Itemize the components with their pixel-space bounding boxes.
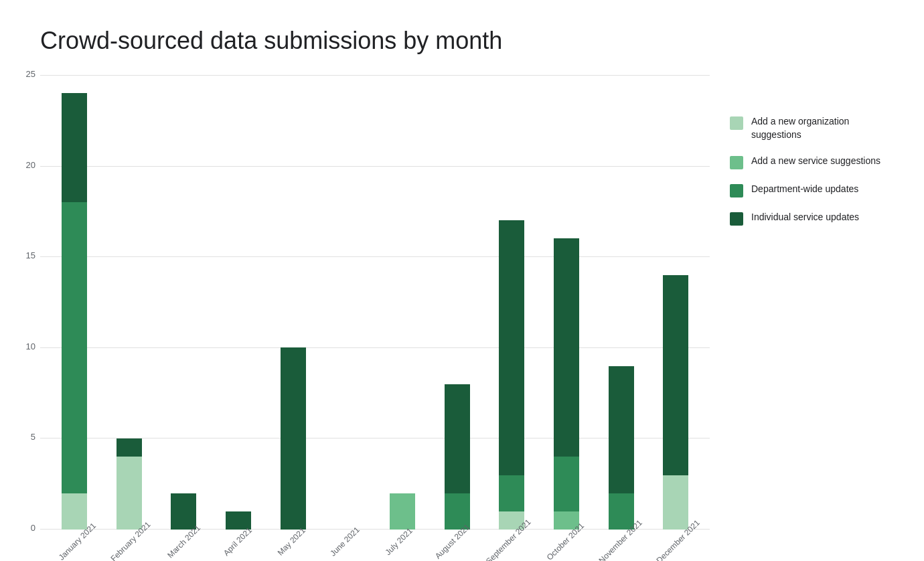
bar-stack-11 — [663, 75, 688, 530]
x-label-10: November 2021 — [589, 533, 645, 548]
chart-title: Crowd-sourced data submissions by month — [40, 27, 911, 55]
legend-label-org: Add a new organization suggestions — [751, 115, 897, 141]
bar-segment-dept-9 — [554, 457, 579, 511]
bar-segment-individual-9 — [554, 238, 579, 457]
bar-group-2 — [156, 75, 211, 530]
legend-label-individual: Individual service updates — [751, 211, 859, 224]
chart-area: 2520151050 January 2021February 2021Marc… — [40, 75, 710, 548]
y-label-25: 25 — [10, 69, 35, 79]
bar-group-11 — [648, 75, 703, 530]
legend-swatch-dept — [730, 184, 743, 197]
bar-segment-individual-7 — [445, 384, 470, 493]
legend-label-dept: Department-wide updates — [751, 183, 858, 196]
bar-stack-1 — [117, 75, 142, 530]
bar-group-7 — [430, 75, 485, 530]
y-label-10: 10 — [10, 341, 35, 351]
bar-segment-individual-0 — [62, 93, 87, 202]
y-label-0: 0 — [10, 523, 35, 533]
bar-stack-2 — [171, 75, 196, 530]
bar-stack-9 — [554, 75, 579, 530]
bar-group-4 — [266, 75, 321, 530]
x-label-text-4: May 2021 — [276, 526, 307, 557]
bar-stack-0 — [62, 75, 87, 530]
bar-group-0 — [47, 75, 102, 530]
x-label-9: October 2021 — [535, 533, 589, 548]
x-label-3: April 2021 — [208, 533, 261, 548]
bar-stack-8 — [499, 75, 524, 530]
bars-area — [40, 75, 710, 530]
x-label-5: June 2021 — [315, 533, 368, 548]
x-label-1: February 2021 — [100, 533, 154, 548]
bar-segment-dept-10 — [609, 493, 634, 530]
bar-segment-individual-11 — [663, 275, 688, 475]
x-label-0: January 2021 — [47, 533, 100, 548]
chart-body: 2520151050 January 2021February 2021Marc… — [40, 75, 911, 548]
bar-segment-individual-10 — [609, 366, 634, 493]
bar-segment-org-0 — [62, 493, 87, 530]
bar-group-10 — [594, 75, 649, 530]
x-label-text-3: April 2021 — [222, 526, 254, 558]
x-label-2: March 2021 — [154, 533, 208, 548]
bar-stack-3 — [226, 75, 251, 530]
x-label-11: December 2021 — [646, 533, 703, 548]
y-label-5: 5 — [10, 432, 35, 442]
legend-swatch-individual — [730, 212, 743, 226]
legend-item-individual: Individual service updates — [730, 211, 897, 226]
y-label-15: 15 — [10, 250, 35, 260]
legend-item-service: Add a new service suggestions — [730, 155, 897, 169]
x-labels: January 2021February 2021March 2021April… — [40, 533, 710, 548]
legend-swatch-service — [730, 156, 743, 169]
bar-group-3 — [211, 75, 266, 530]
bar-segment-dept-8 — [499, 475, 524, 511]
bar-group-9 — [539, 75, 594, 530]
legend: Add a new organization suggestions Add a… — [710, 75, 911, 548]
legend-item-org: Add a new organization suggestions — [730, 115, 897, 141]
x-label-6: July 2021 — [368, 533, 422, 548]
x-label-8: September 2021 — [475, 533, 535, 548]
bar-segment-service-6 — [390, 493, 415, 530]
x-label-4: May 2021 — [261, 533, 315, 548]
legend-label-service: Add a new service suggestions — [751, 155, 880, 168]
bar-segment-individual-8 — [499, 220, 524, 475]
x-label-7: August 2021 — [422, 533, 475, 548]
bar-segment-individual-4 — [281, 347, 306, 530]
bar-segment-org-1 — [117, 457, 142, 530]
legend-swatch-org — [730, 116, 743, 130]
bar-group-6 — [375, 75, 430, 530]
bar-stack-5 — [335, 75, 360, 530]
bar-group-8 — [484, 75, 539, 530]
bar-segment-individual-1 — [117, 438, 142, 457]
x-label-text-6: July 2021 — [383, 526, 414, 557]
bar-segment-dept-0 — [62, 202, 87, 493]
bar-group-5 — [320, 75, 375, 530]
chart-container: Crowd-sourced data submissions by month … — [0, 0, 924, 561]
bar-group-1 — [102, 75, 157, 530]
bar-stack-6 — [390, 75, 415, 530]
x-label-text-5: June 2021 — [328, 525, 362, 558]
bar-stack-7 — [445, 75, 470, 530]
bar-segment-individual-2 — [171, 493, 196, 530]
bar-segment-org-11 — [663, 475, 688, 530]
y-label-20: 20 — [10, 160, 35, 170]
legend-item-dept: Department-wide updates — [730, 183, 897, 197]
bar-stack-10 — [609, 75, 634, 530]
bar-stack-4 — [281, 75, 306, 530]
chart-grid: 2520151050 — [40, 75, 710, 530]
